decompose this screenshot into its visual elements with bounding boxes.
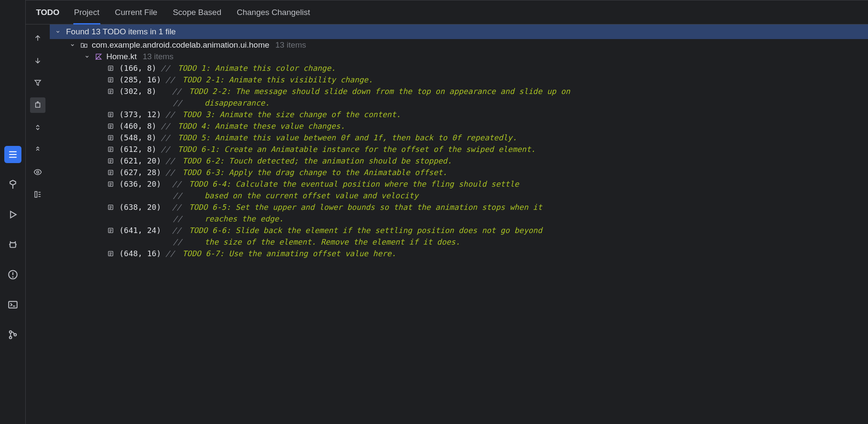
todo-location: (166, 8) bbox=[119, 64, 157, 73]
problems-tool-icon[interactable] bbox=[4, 266, 21, 283]
logcat-tool-icon[interactable] bbox=[4, 236, 21, 253]
todo-tool-icon[interactable] bbox=[4, 146, 21, 163]
package-count: 13 items bbox=[275, 40, 306, 50]
todo-text: TODO 3: Animate the size change of the c… bbox=[182, 110, 401, 119]
todo-text: TODO 2-1: Animate this visibility change… bbox=[182, 75, 373, 84]
comment-marker: // bbox=[161, 133, 170, 142]
todo-text: TODO 6-1: Create an Animatable instance … bbox=[178, 145, 535, 154]
svg-point-12 bbox=[12, 277, 13, 277]
package-icon bbox=[80, 41, 88, 49]
todo-continuation[interactable]: //disappearance. bbox=[50, 97, 868, 109]
svg-marker-30 bbox=[96, 57, 101, 59]
comment-marker: // bbox=[172, 87, 181, 96]
todo-item[interactable]: (627, 28)//TODO 6-3: Apply the drag chan… bbox=[50, 167, 868, 178]
expand-collapse-icon[interactable] bbox=[30, 120, 45, 135]
text-item-icon bbox=[106, 203, 115, 212]
file-row[interactable]: Home.kt 13 items bbox=[50, 51, 868, 62]
arrow-down-icon[interactable] bbox=[30, 53, 45, 68]
todo-item[interactable]: (648, 16)//TODO 6-7: Use the animating o… bbox=[50, 248, 868, 259]
todo-item[interactable]: (641, 24)//TODO 6-6: Slide back the elem… bbox=[50, 224, 868, 236]
text-item-icon bbox=[106, 87, 115, 96]
arrow-up-icon[interactable] bbox=[30, 30, 45, 46]
vcs-tool-icon[interactable] bbox=[4, 326, 21, 343]
todo-item[interactable]: (302, 8)//TODO 2-2: The message should s… bbox=[50, 85, 868, 97]
terminal-tool-icon[interactable] bbox=[4, 296, 21, 313]
text-item-icon bbox=[106, 64, 115, 73]
todo-item[interactable]: (548, 8)//TODO 5: Animate this value bet… bbox=[50, 132, 868, 143]
todo-location: (641, 24) bbox=[119, 226, 168, 235]
comment-marker: // bbox=[173, 98, 184, 107]
todo-item[interactable]: (638, 20)//TODO 6-5: Set the upper and l… bbox=[50, 201, 868, 213]
todo-continuation-text: the size of the element. Remove the elem… bbox=[205, 237, 460, 246]
chevron-down-icon[interactable] bbox=[69, 42, 76, 48]
todo-text: TODO 2-2: The message should slide down … bbox=[189, 87, 570, 96]
file-count: 13 items bbox=[143, 52, 174, 61]
todo-continuation[interactable]: //reaches the edge. bbox=[50, 213, 868, 224]
todo-location: (621, 20) bbox=[119, 156, 161, 165]
todo-panel: TODO Project Current File Scope Based Ch… bbox=[26, 0, 868, 424]
todo-item[interactable]: (460, 8)//TODO 4: Animate these value ch… bbox=[50, 120, 868, 132]
todo-location: (373, 12) bbox=[119, 110, 161, 119]
package-row[interactable]: com.example.android.codelab.animation.ui… bbox=[50, 39, 868, 51]
preview-icon[interactable] bbox=[30, 164, 45, 180]
todo-continuation-text: based on the current offset value and ve… bbox=[205, 191, 419, 200]
todo-continuation[interactable]: //the size of the element. Remove the el… bbox=[50, 236, 868, 248]
tab-current-file[interactable]: Current File bbox=[114, 2, 158, 23]
todo-item[interactable]: (621, 20)//TODO 6-2: Touch detected; the… bbox=[50, 155, 868, 167]
todo-text: TODO 6-7: Use the animating offset value… bbox=[182, 249, 396, 258]
svg-point-23 bbox=[37, 171, 39, 173]
file-name: Home.kt bbox=[106, 52, 137, 61]
todo-tree[interactable]: Found 13 TODO items in 1 file com.exampl… bbox=[50, 24, 868, 424]
summary-row[interactable]: Found 13 TODO items in 1 file bbox=[50, 24, 868, 39]
autoscroll-icon[interactable] bbox=[30, 97, 45, 113]
todo-location: (302, 8) bbox=[119, 87, 168, 96]
kotlin-file-icon bbox=[94, 52, 103, 61]
svg-marker-20 bbox=[35, 80, 40, 85]
comment-marker: // bbox=[172, 179, 181, 188]
todo-item[interactable]: (636, 20)//TODO 6-4: Calculate the event… bbox=[50, 178, 868, 190]
chevron-down-icon[interactable] bbox=[54, 29, 62, 34]
filter-icon[interactable] bbox=[30, 75, 45, 91]
todo-text: TODO 6-6: Slide back the element if the … bbox=[189, 226, 542, 235]
comment-marker: // bbox=[161, 145, 170, 154]
todo-location: (548, 8) bbox=[119, 133, 157, 142]
todo-text: TODO 6-3: Apply the drag change to the A… bbox=[182, 168, 447, 177]
todo-item[interactable]: (166, 8)//TODO 1: Animate this color cha… bbox=[50, 62, 868, 74]
todo-item[interactable]: (373, 12)//TODO 3: Animate the size chan… bbox=[50, 109, 868, 120]
svg-point-28 bbox=[84, 45, 85, 46]
tab-changes-changelist[interactable]: Changes Changelist bbox=[236, 2, 311, 23]
comment-marker: // bbox=[173, 214, 184, 223]
panel-title: TODO bbox=[36, 8, 60, 17]
todo-continuation[interactable]: //based on the current offset value and … bbox=[50, 190, 868, 201]
text-item-icon bbox=[106, 145, 115, 154]
comment-marker: // bbox=[172, 203, 181, 212]
build-tool-icon[interactable] bbox=[4, 176, 21, 193]
todo-text: TODO 4: Animate these value changes. bbox=[178, 121, 345, 130]
todo-text: TODO 5: Animate this value between 0f an… bbox=[178, 133, 517, 142]
text-item-icon bbox=[106, 249, 115, 258]
summary-text: Found 13 TODO items in 1 file bbox=[66, 27, 176, 36]
comment-marker: // bbox=[166, 110, 175, 119]
tab-project[interactable]: Project bbox=[73, 2, 100, 24]
comment-marker: // bbox=[161, 64, 170, 73]
todo-location: (285, 16) bbox=[119, 75, 161, 84]
todo-location: (612, 8) bbox=[119, 145, 157, 154]
collapse-all-icon[interactable] bbox=[30, 142, 45, 157]
todo-item[interactable]: (612, 8)//TODO 6-1: Create an Animatable… bbox=[50, 143, 868, 155]
text-item-icon bbox=[106, 110, 115, 119]
tab-scope-based[interactable]: Scope Based bbox=[172, 2, 222, 23]
comment-marker: // bbox=[166, 156, 175, 165]
todo-item[interactable]: (285, 16)//TODO 2-1: Animate this visibi… bbox=[50, 74, 868, 85]
text-item-icon bbox=[106, 122, 115, 130]
chevron-down-icon[interactable] bbox=[83, 54, 91, 59]
group-by-icon[interactable] bbox=[30, 187, 45, 202]
svg-point-15 bbox=[9, 331, 11, 333]
todo-text: TODO 6-4: Calculate the eventual positio… bbox=[189, 179, 519, 188]
ide-left-sidebar bbox=[0, 0, 26, 424]
todo-location: (627, 28) bbox=[119, 168, 161, 177]
run-tool-icon[interactable] bbox=[4, 206, 21, 223]
comment-marker: // bbox=[172, 226, 181, 235]
text-item-icon bbox=[106, 180, 115, 188]
svg-rect-13 bbox=[9, 301, 17, 308]
comment-marker: // bbox=[166, 75, 175, 84]
